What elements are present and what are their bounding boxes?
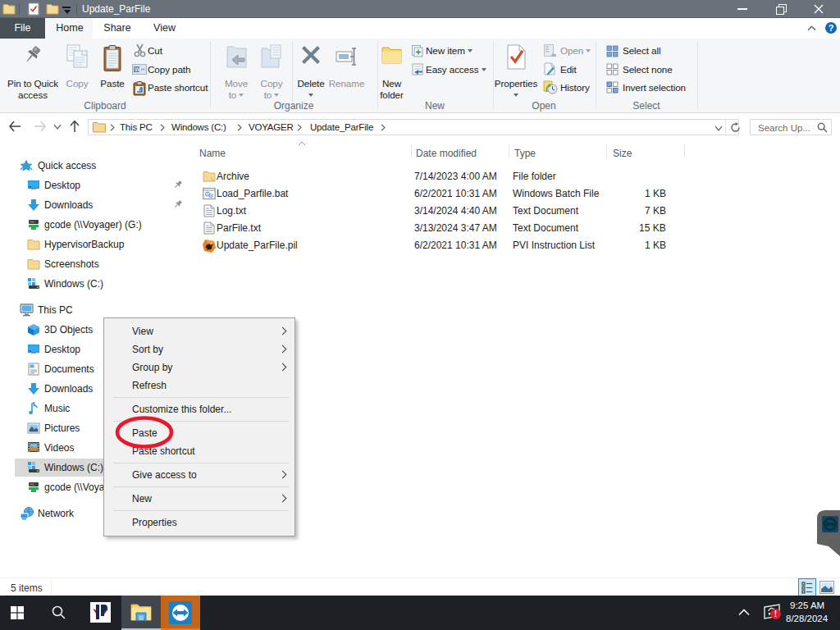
svg-text:W: W [135, 66, 140, 72]
